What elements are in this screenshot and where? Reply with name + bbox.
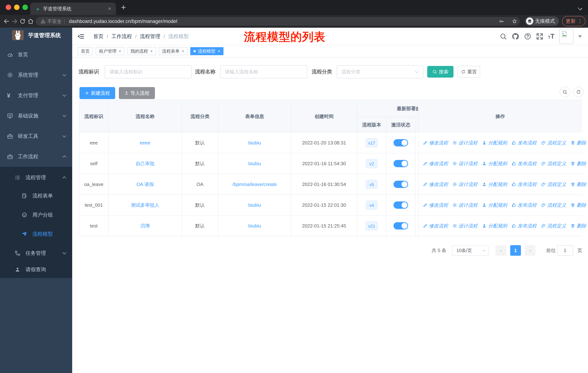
sidebar-item-workflow[interactable]: 工作流程 bbox=[0, 146, 72, 167]
forward-icon[interactable] bbox=[11, 18, 18, 25]
action-process-definition[interactable]: 流程定义 bbox=[541, 161, 566, 167]
action-assign-rule[interactable]: 分配规则 bbox=[482, 223, 507, 229]
font-size-icon[interactable]: TT bbox=[548, 33, 555, 40]
cell-name-link[interactable]: 滔博 bbox=[109, 216, 182, 236]
cell-form-link[interactable]: biubiu bbox=[218, 133, 291, 153]
sidebar-item-task-management[interactable]: 任务管理 bbox=[0, 244, 72, 262]
browser-menu-dots-icon[interactable]: ⋮ bbox=[578, 16, 583, 26]
breadcrumb-workflow[interactable]: 工作流程 bbox=[112, 33, 132, 39]
sidebar-item-dev-tools[interactable]: 研发工具 bbox=[0, 126, 72, 146]
reset-button[interactable]: 重置 bbox=[458, 66, 480, 78]
version-badge[interactable]: v17 bbox=[366, 138, 378, 147]
process-id-input[interactable] bbox=[105, 65, 192, 78]
action-delete[interactable]: 删除 bbox=[570, 161, 586, 167]
avatar[interactable] bbox=[559, 29, 573, 44]
active-toggle[interactable] bbox=[394, 222, 408, 230]
pagination-page-1[interactable]: 1 bbox=[510, 245, 521, 256]
action-process-definition[interactable]: 流程定义 bbox=[541, 223, 566, 229]
action-design-process[interactable]: 设计流程 bbox=[452, 181, 478, 188]
tag-close-icon[interactable]: × bbox=[182, 49, 184, 54]
sidebar-item-infrastructure[interactable]: 基础设施 bbox=[0, 106, 72, 126]
sidebar-collapse-icon[interactable] bbox=[77, 33, 84, 40]
page-size-select[interactable]: 10条/页 bbox=[452, 245, 489, 256]
traffic-light-minimize[interactable] bbox=[14, 5, 20, 10]
action-process-definition[interactable]: 流程定义 bbox=[541, 181, 566, 188]
reload-icon[interactable] bbox=[19, 18, 26, 25]
active-toggle[interactable] bbox=[394, 181, 408, 188]
breadcrumb-home[interactable]: 首页 bbox=[93, 33, 104, 39]
cell-name-link[interactable]: eeee bbox=[109, 133, 182, 153]
sidebar-item-process-model[interactable]: 流程模型 bbox=[0, 225, 72, 243]
active-toggle[interactable] bbox=[394, 202, 408, 209]
active-toggle[interactable] bbox=[394, 139, 408, 146]
action-publish-process[interactable]: 发布流程 bbox=[511, 161, 537, 167]
tab-overflow-chevron-icon[interactable] bbox=[578, 6, 582, 10]
sidebar-item-leave-query[interactable]: 请假查询 bbox=[0, 261, 72, 279]
tag-process-form[interactable]: 流程表单× bbox=[159, 47, 188, 55]
action-process-definition[interactable]: 流程定义 bbox=[541, 140, 566, 146]
sidebar-item-home[interactable]: 首页 bbox=[0, 44, 72, 65]
sidebar-item-payment[interactable]: ¥ 支付管理 bbox=[0, 85, 72, 106]
home-icon[interactable] bbox=[27, 18, 34, 25]
action-design-process[interactable]: 设计流程 bbox=[452, 223, 478, 229]
action-delete[interactable]: 删除 bbox=[570, 140, 586, 146]
process-category-select[interactable]: 流程分类 bbox=[337, 65, 423, 78]
action-assign-rule[interactable]: 分配规则 bbox=[482, 140, 507, 146]
browser-update-button[interactable]: 更新 ⋮ bbox=[562, 16, 586, 26]
cell-name-link[interactable]: 自己审批 bbox=[109, 153, 182, 174]
pagination-next-button[interactable]: › bbox=[525, 245, 536, 256]
action-edit-process[interactable]: 修改流程 bbox=[423, 181, 448, 188]
version-badge[interactable]: v21 bbox=[366, 221, 378, 230]
active-toggle[interactable] bbox=[394, 160, 408, 167]
pagination-goto-input[interactable] bbox=[557, 245, 573, 256]
version-badge[interactable]: v5 bbox=[366, 180, 378, 189]
cell-name-link[interactable]: 测试多审批人 bbox=[109, 195, 182, 215]
process-name-input[interactable] bbox=[220, 65, 307, 78]
pagination-prev-button[interactable]: ‹ bbox=[496, 245, 506, 256]
tag-tenant[interactable]: 租户管理× bbox=[96, 47, 125, 55]
cell-form-link[interactable]: /bpm/oa/leave/create bbox=[218, 174, 291, 194]
sidebar-item-process-management[interactable]: 流程管理 bbox=[0, 169, 72, 187]
browser-tab[interactable]: 芋道管理系统 × bbox=[30, 2, 116, 15]
sidebar-item-system[interactable]: 系统管理 bbox=[0, 65, 72, 85]
tag-close-icon[interactable]: × bbox=[150, 49, 153, 54]
tag-my-process[interactable]: 我的流程× bbox=[127, 47, 156, 55]
action-design-process[interactable]: 设计流程 bbox=[452, 161, 478, 167]
new-tab-button[interactable]: + bbox=[121, 0, 126, 15]
create-process-button[interactable]: 新建流程 bbox=[79, 87, 115, 99]
action-delete[interactable]: 删除 bbox=[570, 181, 586, 188]
fullscreen-icon[interactable] bbox=[536, 33, 543, 40]
action-assign-rule[interactable]: 分配规则 bbox=[482, 181, 507, 188]
tag-home[interactable]: 首页 bbox=[78, 47, 93, 55]
action-assign-rule[interactable]: 分配规则 bbox=[482, 161, 507, 167]
password-key-icon[interactable] bbox=[499, 19, 504, 24]
action-publish-process[interactable]: 发布流程 bbox=[511, 223, 537, 229]
table-search-circle-button[interactable] bbox=[560, 87, 570, 97]
sidebar-item-process-form[interactable]: 流程表单 bbox=[0, 187, 72, 205]
cell-name-link[interactable]: OA 请假 bbox=[109, 174, 182, 194]
address-bar[interactable]: 不安全 dashboard.yudao.iocoder.cn/bpm/manag… bbox=[36, 17, 520, 26]
version-badge[interactable]: v4 bbox=[366, 201, 378, 210]
table-refresh-circle-button[interactable] bbox=[573, 87, 584, 97]
traffic-light-close[interactable] bbox=[6, 5, 11, 10]
cell-form-link[interactable]: biubiu bbox=[218, 195, 291, 215]
action-design-process[interactable]: 设计流程 bbox=[452, 140, 478, 146]
tag-process-model[interactable]: 流程模型× bbox=[190, 47, 223, 55]
action-delete[interactable]: 删除 bbox=[570, 202, 586, 208]
action-edit-process[interactable]: 修改流程 bbox=[423, 140, 448, 146]
action-edit-process[interactable]: 修改流程 bbox=[423, 202, 448, 208]
search-icon[interactable] bbox=[500, 33, 507, 40]
help-icon[interactable] bbox=[524, 33, 531, 40]
action-design-process[interactable]: 设计流程 bbox=[452, 202, 478, 208]
action-assign-rule[interactable]: 分配规则 bbox=[482, 202, 507, 208]
tag-close-icon[interactable]: × bbox=[218, 49, 220, 54]
cell-form-link[interactable]: biubiu bbox=[218, 153, 291, 174]
back-icon[interactable] bbox=[3, 18, 10, 25]
url-text[interactable]: dashboard.yudao.iocoder.cn/bpm/manager/m… bbox=[69, 17, 177, 26]
update-label[interactable]: 更新 bbox=[566, 16, 576, 26]
action-edit-process[interactable]: 修改流程 bbox=[423, 223, 448, 229]
action-publish-process[interactable]: 发布流程 bbox=[511, 140, 537, 146]
github-icon[interactable] bbox=[512, 33, 519, 40]
action-process-definition[interactable]: 流程定义 bbox=[541, 202, 566, 208]
action-delete[interactable]: 删除 bbox=[570, 223, 586, 229]
